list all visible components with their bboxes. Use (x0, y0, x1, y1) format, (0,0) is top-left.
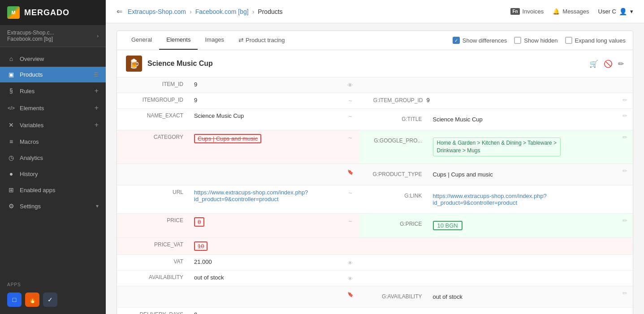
table-row: AVAILABILITY out of stock 👁 (117, 270, 633, 286)
settings-icon: ⚙ (7, 202, 15, 210)
pencil-icon[interactable]: ✏ (622, 168, 627, 174)
show-hidden-option[interactable]: Show hidden (514, 37, 558, 44)
messages-link[interactable]: 🔔 Messages (553, 8, 589, 15)
invoice-icon: Fn (510, 8, 519, 15)
url-link[interactable]: https://www.extracups-shop.com/index.php… (194, 189, 308, 202)
edit-icon[interactable]: ✏ (618, 60, 624, 68)
tilde-icon: ~ (348, 134, 352, 142)
collapse-sidebar-icon[interactable]: ⇐ (117, 7, 122, 16)
price-vat-value: 10 (194, 241, 207, 251)
pencil-icon[interactable]: ✏ (622, 97, 627, 103)
add-icon[interactable]: + (95, 104, 99, 112)
right-side (359, 254, 618, 270)
account-shop: Extracups-Shop.c... (7, 30, 54, 36)
pencil-icon[interactable]: ✏ (622, 112, 627, 119)
right-side: G:GOOGLE_PRO... Home & Garden > Kitchen … (359, 130, 618, 164)
logo-text: MERGADO (24, 8, 69, 17)
eye-icon: 👁 (348, 260, 353, 266)
right-side: G:PRICE 10 BGN (359, 213, 618, 237)
price-new-value: 10 BGN (433, 221, 462, 230)
sidebar-item-label: Rules (20, 88, 90, 95)
cart-icon[interactable]: 🛒 (589, 60, 598, 68)
visibility-off-icon[interactable]: 🚫 (604, 60, 613, 68)
sidebar-item-enabled-apps[interactable]: ⊞ Enabled apps (0, 182, 106, 198)
middle-col: 🔖 (341, 286, 359, 307)
app-icon-square[interactable]: □ (7, 292, 22, 307)
pencil-icon[interactable]: ✏ (622, 290, 627, 297)
expand-long-checkbox[interactable] (565, 37, 572, 44)
left-field-name: URL (117, 185, 189, 213)
variables-icon: ✕ (7, 121, 15, 129)
table-row: URL https://www.extracups-shop.com/index… (117, 185, 633, 213)
sidebar-item-overview[interactable]: ⌂ Overview (0, 51, 106, 67)
sidebar-item-label: Settings (20, 203, 91, 210)
data-table: ITEM_ID 9 👁 ITEMGROUP_ID 9 ~ G:ITEM_GROU… (117, 77, 633, 314)
logo-area: M MERGADO (0, 0, 106, 25)
tab-product-tracing[interactable]: ⇄ Product tracing (231, 31, 292, 50)
left-field-name: CATEGORY (117, 130, 189, 164)
sidebar-item-settings[interactable]: ⚙ Settings ▾ (0, 198, 106, 214)
right-field-value: https://www.extracups-shop.com/index.php… (428, 189, 612, 210)
add-icon[interactable]: + (95, 87, 99, 95)
tabs-bar: General Elements Images ⇄ Product tracin… (117, 31, 633, 50)
add-icon[interactable]: + (95, 121, 99, 129)
table-row: PRICE 8 ~ G:PRICE 10 BGN (117, 213, 633, 237)
products-icon: ▣ (7, 71, 15, 78)
sidebar-item-elements[interactable]: </> Elements + (0, 99, 106, 116)
invoices-link[interactable]: Fn Invoices (510, 8, 544, 15)
eye-icon: 👁 (347, 82, 353, 89)
middle-col: 👁 (341, 254, 359, 270)
show-hidden-checkbox[interactable] (514, 37, 521, 44)
edit-col[interactable]: ✏ (617, 93, 633, 109)
product-panel: General Elements Images ⇄ Product tracin… (117, 30, 633, 314)
breadcrumb-fb[interactable]: Facebook.com [bg] (195, 8, 249, 15)
sidebar-item-label: Products (20, 71, 89, 78)
tab-elements[interactable]: Elements (159, 31, 198, 50)
sidebar-item-macros[interactable]: ≡ Macros (0, 133, 106, 150)
left-field-value: 0 (189, 307, 341, 314)
right-side (359, 307, 618, 314)
edit-col[interactable]: ✏ (617, 109, 633, 130)
sidebar-item-history[interactable]: ● History (0, 166, 106, 182)
table-row: DELIVERY_DAYS 0 👁 (117, 307, 633, 314)
edit-col[interactable]: ✏ (617, 286, 633, 307)
edit-col[interactable]: ✏ (617, 213, 633, 237)
glink-link[interactable]: https://www.extracups-shop.com/index.php… (433, 193, 547, 206)
edit-col[interactable]: ✏ (617, 130, 633, 164)
sidebar-item-products[interactable]: ▣ Products ☰ (0, 67, 106, 82)
left-field-value (189, 163, 341, 185)
sidebar-item-variables[interactable]: ✕ Variables + (0, 116, 106, 133)
app-icon-fire[interactable]: 🔥 (25, 292, 39, 307)
top-header: ⇐ Extracups-Shop.com › Facebook.com [bg]… (106, 0, 644, 23)
pencil-icon[interactable]: ✏ (622, 217, 627, 224)
user-menu[interactable]: User C 👤 ▾ (598, 8, 633, 16)
main-content: ⇐ Extracups-Shop.com › Facebook.com [bg]… (106, 0, 644, 314)
apps-icon: ⊞ (7, 186, 15, 194)
left-field-value: Science Music Cup (189, 109, 341, 130)
home-icon: ⌂ (7, 55, 15, 62)
left-field-name: DELIVERY_DAYS (117, 307, 189, 314)
left-field-value: https://www.extracups-shop.com/index.php… (189, 185, 341, 213)
right-field-value: 10 BGN (428, 217, 612, 234)
app-icons-row: □ 🔥 ✓ (0, 290, 106, 314)
bell-icon: 🔔 (553, 8, 560, 15)
tab-general[interactable]: General (124, 31, 159, 50)
pencil-icon[interactable]: ✏ (622, 134, 627, 141)
analytics-icon: ◷ (7, 154, 15, 161)
tab-images[interactable]: Images (198, 31, 231, 50)
app-icon-check[interactable]: ✓ (43, 292, 57, 307)
right-side: G:ITEM_GROUP_ID 9 (359, 93, 618, 107)
sidebar-item-analytics[interactable]: ◷ Analytics (0, 150, 106, 166)
edit-col[interactable]: ✏ (617, 163, 633, 185)
show-differences-checkbox[interactable]: ✓ (453, 37, 460, 44)
show-differences-option[interactable]: ✓ Show differences (453, 37, 507, 44)
expand-long-values-option[interactable]: Expand long values (565, 37, 626, 44)
right-side: G:TITLE Science Music Cup (359, 109, 618, 130)
top-actions: Fn Invoices 🔔 Messages User C 👤 ▾ (510, 8, 633, 16)
breadcrumb-shop[interactable]: Extracups-Shop.com (128, 8, 186, 15)
left-field-name: AVAILABILITY (117, 270, 189, 286)
content-area: General Elements Images ⇄ Product tracin… (106, 23, 644, 314)
sidebar-item-rules[interactable]: § Rules + (0, 82, 106, 99)
account-switcher[interactable]: Extracups-Shop.c... Facebook.com [bg] › (0, 25, 106, 47)
left-field-value: 9 (189, 77, 341, 93)
